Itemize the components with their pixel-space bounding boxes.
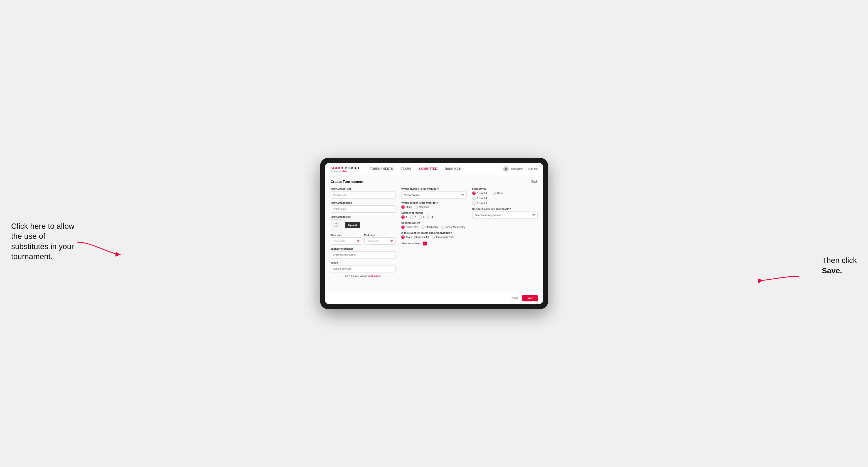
substitutes-label: Allow substitutes? <box>401 242 421 245</box>
start-date-group: Start date Pick a date 📅 <box>331 234 362 245</box>
rounds-1-radio[interactable] <box>401 215 405 219</box>
substitutes-group: Allow substitutes? ✓ <box>401 242 467 246</box>
format-6count4-radio[interactable] <box>472 196 475 200</box>
tournament-name-label: Tournament name <box>331 201 396 204</box>
teams-group: Is this event for Teams and/or Individua… <box>401 231 467 239</box>
teams-plus-individuals[interactable]: Teams (+Individuals) <box>401 236 429 239</box>
scoring-radio-group: Stroke Play Match Play Medal Match Play <box>401 225 467 229</box>
venue-help: Can't find your venue? email support <box>331 275 396 277</box>
form-col-2: Which division is the event for? NCAA Di… <box>401 188 467 277</box>
email-support-link[interactable]: email support <box>368 275 381 277</box>
scoring-stroke[interactable]: Stroke Play <box>401 225 418 229</box>
scoring-api-group: Use third-party live scoring API? Select… <box>472 208 538 219</box>
nav-rankings[interactable]: RANKINGS <box>441 163 465 175</box>
upload-button[interactable]: Upload <box>345 222 361 228</box>
format-5count4[interactable]: 5 count 4 <box>472 191 487 195</box>
substitutes-item: Allow substitutes? ✓ <box>401 242 467 246</box>
scoring-match[interactable]: Match Play <box>421 225 438 229</box>
tablet-screen: SCORESCOREBOARDBOARD Powered by clippd T… <box>325 163 543 304</box>
tournament-logo-label: Tournament logo <box>331 215 396 218</box>
end-date-group: End date Pick a date 📅 <box>364 234 396 245</box>
division-group: Which division is the event for? NCAA Di… <box>401 188 467 199</box>
format-other[interactable]: Other <box>493 191 503 195</box>
rounds-3-radio[interactable] <box>418 215 422 219</box>
cancel-button[interactable]: Cancel <box>511 297 519 300</box>
scoring-match-radio[interactable] <box>421 225 425 229</box>
logo-powered: Powered by clippd <box>331 170 360 172</box>
end-date-input[interactable]: Pick a date 📅 <box>364 238 396 245</box>
scoring-api-select[interactable]: Select a scoring service <box>472 212 538 219</box>
tournament-name-input[interactable] <box>331 206 396 213</box>
gender-womens[interactable]: Womens <box>415 206 429 209</box>
scoring-stroke-radio[interactable] <box>401 225 405 229</box>
nav-items: TOURNAMENTS TEAMS COMMITTEE RANKINGS <box>366 163 503 175</box>
teams-label: Is this event for Teams and/or Individua… <box>401 231 467 234</box>
tablet-frame: SCORESCOREBOARDBOARD Powered by clippd T… <box>320 158 548 309</box>
format-radio-group: 5 count 4 Other 6 count 4 <box>472 191 538 205</box>
venue-input[interactable] <box>331 265 396 273</box>
date-row: Start date Pick a date 📅 End date Pick a… <box>331 234 396 245</box>
arrow-right <box>757 268 802 285</box>
scoring-medal-radio[interactable] <box>441 225 444 229</box>
logo-preview: 🖼 <box>331 219 342 231</box>
sign-out[interactable]: Sign out <box>528 167 537 170</box>
navigation: SCORESCOREBOARDBOARD Powered by clippd T… <box>325 163 543 175</box>
scoring-medal[interactable]: Medal Match Play <box>441 225 466 229</box>
page-title: Create Tournament <box>331 180 364 184</box>
nav-committee[interactable]: COMMITTEE <box>415 163 441 175</box>
form-col-3: Format type 5 count 4 Other <box>472 188 538 277</box>
start-date-label: Start date <box>331 234 362 237</box>
calendar-icon-end: 📅 <box>390 240 393 242</box>
venue-label: Venue <box>331 261 396 264</box>
sponsor-input[interactable] <box>331 251 396 258</box>
nav-tournaments[interactable]: TOURNAMENTS <box>366 163 397 175</box>
tournament-host-group: Tournament Host <box>331 188 396 199</box>
form-footer: Cancel Save <box>325 292 543 304</box>
content-area: Create Tournament ‹ Back Tournament Host <box>325 175 543 292</box>
rounds-4[interactable]: 4 <box>427 215 433 219</box>
tournament-host-input[interactable] <box>331 191 396 199</box>
format-other-radio[interactable] <box>493 191 496 195</box>
rounds-4-radio[interactable] <box>427 215 431 219</box>
annotation-right: Then click Save. <box>822 255 857 276</box>
app-logo: SCORESCOREBOARDBOARD Powered by clippd <box>331 166 360 172</box>
rounds-1[interactable]: 1 <box>401 215 407 219</box>
calendar-icon: 📅 <box>356 240 360 242</box>
division-select[interactable]: NCAA Division I <box>401 191 467 199</box>
gender-womens-radio[interactable] <box>415 206 418 209</box>
annotation-left: Click here to allow the use of substitut… <box>11 221 75 262</box>
content-header: Create Tournament ‹ Back <box>331 180 538 184</box>
nav-teams[interactable]: TEAMS <box>397 163 415 175</box>
venue-group: Venue Can't find your venue? email suppo… <box>331 261 396 277</box>
rounds-2-radio[interactable] <box>410 215 413 219</box>
logo-upload-row: 🖼 Upload <box>331 219 396 231</box>
substitutes-checkbox[interactable]: ✓ <box>423 242 427 246</box>
format-6count5[interactable]: 6 count 5 <box>472 201 487 205</box>
format-5count4-radio[interactable] <box>472 191 475 195</box>
save-button[interactable]: Save <box>522 295 537 302</box>
rounds-label: Number of rounds <box>401 212 467 214</box>
tournament-name-group: Tournament name <box>331 201 396 213</box>
rounds-2[interactable]: 2 <box>410 215 416 219</box>
format-6count4[interactable]: 6 count 4 <box>472 196 487 200</box>
nav-right: B blair admin | Sign out <box>503 166 537 172</box>
gender-group: Which gender is the event for? Mens Wome… <box>401 201 467 209</box>
back-button[interactable]: ‹ Back <box>530 180 538 183</box>
rounds-3[interactable]: 3 <box>418 215 425 219</box>
teams-plus-radio[interactable] <box>401 236 405 239</box>
individuals-only[interactable]: Individuals Only <box>432 236 454 239</box>
scoring-api-label: Use third-party live scoring API? <box>472 208 538 210</box>
scoring-group: Scoring system Stroke Play Match Play <box>401 221 467 229</box>
gender-radio-group: Mens Womens <box>401 206 467 209</box>
gender-mens-radio[interactable] <box>401 206 405 209</box>
gender-mens[interactable]: Mens <box>401 206 412 209</box>
end-date-label: End date <box>364 234 396 237</box>
rounds-group: Number of rounds 1 2 <box>401 212 467 219</box>
tournament-host-label: Tournament Host <box>331 188 396 190</box>
sponsor-group: Sponsor (optional) <box>331 247 396 258</box>
start-date-input[interactable]: Pick a date 📅 <box>331 238 362 245</box>
individuals-only-radio[interactable] <box>432 236 435 239</box>
format-label: Format type <box>472 188 538 190</box>
format-6count5-radio[interactable] <box>472 201 475 205</box>
form-grid: Tournament Host Tournament name Tourname… <box>331 188 538 277</box>
